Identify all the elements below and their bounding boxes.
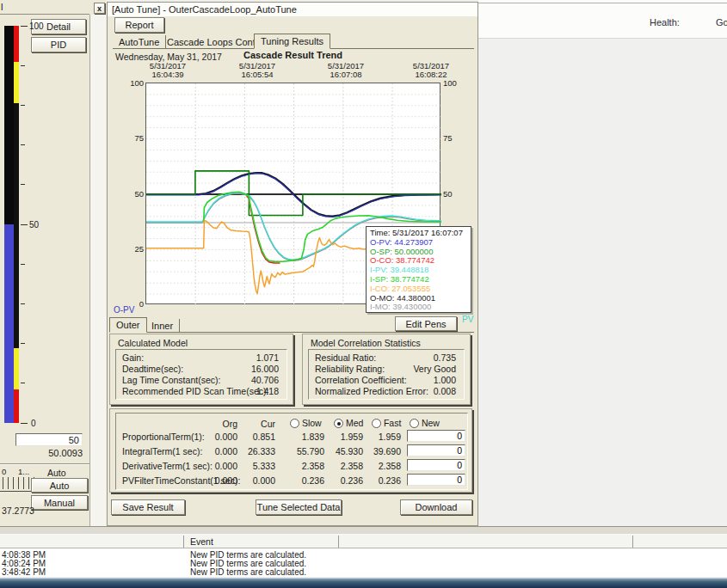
download-button[interactable]: Download [400,499,472,515]
event-col-divider[interactable] [183,536,184,548]
tooltip-ico: I-CO: 27.053555 [370,285,467,294]
pid-cell: 1.839 [288,432,324,442]
tune-selected-data-button[interactable]: Tune Selected Data [256,499,342,515]
event-row[interactable]: 4:08:24 PM New PID terms are calculated. [0,559,727,567]
pid-cell: 2.358 [288,461,324,471]
auto-button[interactable]: Auto [31,478,88,493]
pid-cell: 5.333 [239,461,275,471]
faceplate-window: l x Detail PID 100 50 0 50 50.0093 [0,0,106,526]
process-gauge: 100 50 0 [4,26,56,430]
tab-autotune[interactable]: AutoTune [113,35,166,49]
radio-new-label: New [422,418,440,428]
pid-cell: 45.930 [327,446,363,456]
cm-row-value: 1.071 [256,352,279,363]
radio-med[interactable]: Med [334,418,363,428]
faceplate-titlebar: l [0,0,89,15]
radio-new-icon[interactable] [410,419,419,428]
dialog-title: [Auto Tune] - OuterCascadeLoop_AutoTune [112,4,297,15]
radio-fast-icon[interactable] [372,419,381,428]
setpoint-field[interactable]: 50 [15,433,83,446]
trend-chart-panel: Wednesday, May 31, 2017 Cascade Result T… [111,49,476,334]
pid-cell: 0.236 [365,475,401,486]
outscale-min-label: 0 [2,467,6,476]
pid-cell: 1.959 [365,432,401,442]
pid-row-label: ProportionalTerm(1): [122,432,205,442]
pv-readout: 50.0093 [15,448,83,458]
radio-slow[interactable]: Slow [290,418,322,428]
save-result-button[interactable]: Save Result [111,499,185,515]
tab-tuning-results[interactable]: Tuning Results [254,34,330,49]
pid-cell: 0.000 [201,461,237,471]
event-row[interactable]: 3:48:42 PM New PID terms are calculated. [0,567,727,576]
pid-terms-group: Org Cur Slow Med Fast New ProportionalTe… [109,408,472,493]
calculated-model-title: Calculated Model [118,338,188,348]
status-bar [0,578,727,588]
pid-header-org: Org [201,419,237,429]
cm-row-label: Lag Time Constant(sec): [122,375,220,385]
event-log-list[interactable]: 4:08:38 PM New PID terms are calculated.… [0,548,727,577]
health-strip: Health: Good [478,0,727,39]
pid-cell: 1.959 [327,432,363,442]
report-button[interactable]: Report [114,17,164,33]
cs-row-value: 1.000 [434,375,456,385]
cm-row-label: Deadtime(sec): [122,364,183,374]
pid-cell: 0.000 [201,432,237,442]
pid-cell: 0.000 [201,446,237,456]
calculated-model-panel: Gain: 1.071 Deadtime(sec): 16.000 Lag Ti… [115,349,287,400]
y-left-100: 100 [121,78,144,88]
cs-row-value: 0.008 [434,386,456,396]
calculated-model-group: Calculated Model Gain: 1.071 Deadtime(se… [109,334,293,405]
screen: l x Detail PID 100 50 0 50 50.0093 [0,0,727,588]
event-log-header: Event [0,535,727,548]
pid-terms-panel: Org Cur Slow Med Fast New ProportionalTe… [115,413,468,490]
pid-cell: 2.358 [365,461,401,471]
top-rule [478,3,727,3]
pid-cell: 0.000 [201,475,237,486]
event-column-header[interactable]: Event [190,536,213,547]
tab-inner[interactable]: Inner [145,319,180,333]
gauge-min-label: 0 [31,419,36,428]
chart-title: Cascade Result Trend [145,50,441,60]
manual-button[interactable]: Manual [31,495,88,510]
pid-cell: 0.236 [288,475,324,486]
close-icon[interactable]: x [94,3,105,14]
x-tick-0: 5/31/201716:04:39 [136,62,200,79]
correlation-stats-group: Model Correlation Statistics Residual Ra… [302,334,471,405]
faceplate-gap-strip [89,15,106,526]
gauge-zone-high-yellow [14,62,19,103]
tooltip-imo: I-MO: 39.430000 [370,303,467,312]
y-left-75: 75 [121,133,144,143]
pid-cell: 0.000 [239,475,275,486]
correlation-stats-title: Model Correlation Statistics [311,338,421,348]
splitter-strip[interactable] [0,526,727,535]
trend-tooltip: Time: 5/31/2017 16:07:07 O-PV: 44.273907… [366,226,471,313]
gauge-max-label: 100 [29,21,44,31]
tab-outer[interactable]: Outer [109,317,147,333]
cs-row-value: 0.735 [434,352,456,363]
x-tick-1: 5/31/201716:05:54 [225,62,289,79]
pid-new-input[interactable] [407,459,465,471]
faceplate-title: l [1,2,3,12]
setpoint-value: 50 [69,435,79,445]
radio-fast[interactable]: Fast [372,418,401,428]
pid-new-input[interactable] [407,430,465,442]
health-value: Good [716,17,727,28]
event-row[interactable]: 4:08:38 PM New PID terms are calculated. [0,550,727,559]
pid-new-input[interactable] [407,444,465,456]
app-right-area: Health: Good [478,0,727,526]
radio-med-icon[interactable] [334,419,343,428]
event-col-divider[interactable] [632,536,633,548]
cm-row-value: 40.706 [251,375,279,385]
gauge-zone-low-yellow [14,348,19,389]
pid-cell: 55.790 [288,446,324,456]
radio-slow-icon[interactable] [290,419,299,428]
event-col-divider[interactable] [338,536,339,548]
gauge-fill [4,224,14,423]
faceplate-divider [0,463,89,465]
y-right-75: 75 [443,133,465,143]
x-tick-2: 5/31/201716:07:08 [314,62,378,79]
dialog-titlebar[interactable]: [Auto Tune] - OuterCascadeLoop_AutoTune [108,3,477,16]
pid-new-input[interactable] [407,474,465,486]
event-text: New PID terms are calculated. [190,567,306,577]
radio-new[interactable]: New [410,418,440,428]
